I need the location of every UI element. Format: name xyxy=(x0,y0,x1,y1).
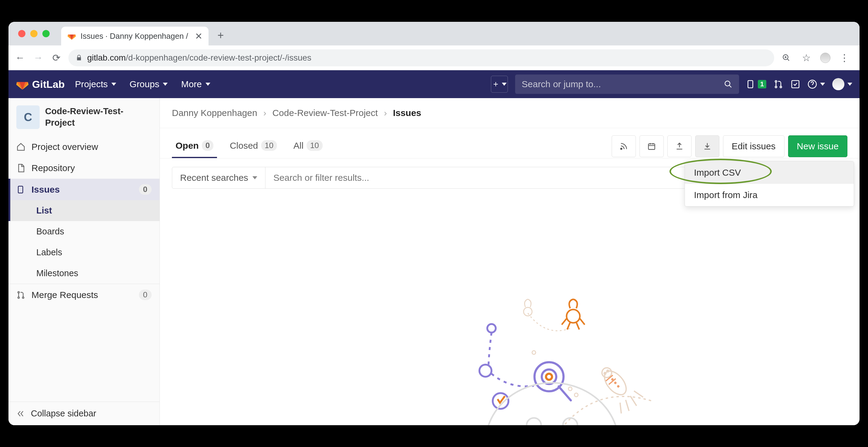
rss-icon xyxy=(620,142,628,150)
nav-projects[interactable]: Projects xyxy=(72,79,119,89)
url-bar[interactable]: gitlab.com/d-koppenhagen/code-review-tes… xyxy=(68,49,774,66)
maximize-window-button[interactable] xyxy=(42,30,50,37)
header-todos-icon[interactable] xyxy=(790,79,800,89)
svg-point-9 xyxy=(18,291,19,293)
browser-profile-avatar[interactable] xyxy=(820,53,831,63)
address-bar: ← → ⟳ gitlab.com/d-koppenhagen/code-revi… xyxy=(8,46,860,70)
svg-point-22 xyxy=(566,309,580,323)
import-button[interactable] xyxy=(695,136,719,157)
merge-request-icon xyxy=(17,291,25,299)
gitlab-favicon-icon xyxy=(67,31,76,40)
sidebar-item-repository[interactable]: Repository xyxy=(8,157,159,179)
new-issue-button[interactable]: New issue xyxy=(788,136,847,157)
svg-point-28 xyxy=(546,374,552,380)
tab-all[interactable]: All10 xyxy=(290,134,326,158)
tab-closed[interactable]: Closed10 xyxy=(226,134,281,158)
sidebar-item-label: Project overview xyxy=(31,142,98,152)
issues-icon xyxy=(17,185,25,194)
sidebar-sub-boards[interactable]: Boards xyxy=(8,221,159,242)
window-controls xyxy=(14,22,53,46)
tab-count-badge: 10 xyxy=(307,140,322,151)
close-window-button[interactable] xyxy=(18,30,25,37)
rss-button[interactable] xyxy=(612,136,636,157)
header-issues-icon[interactable]: 1 xyxy=(746,79,766,89)
sidebar-sub-labels[interactable]: Labels xyxy=(8,242,159,263)
global-search[interactable] xyxy=(515,74,739,94)
sidebar: C Code-Review-Test-Project Project overv… xyxy=(8,98,160,425)
svg-point-10 xyxy=(18,297,19,298)
chevron-down-icon xyxy=(252,176,257,179)
project-name: Code-Review-Test-Project xyxy=(45,106,152,128)
search-input[interactable] xyxy=(522,79,720,89)
collapse-label: Collapse sidebar xyxy=(31,409,96,419)
sidebar-sub-list[interactable]: List xyxy=(8,200,159,221)
browser-tab[interactable]: Issues · Danny Koppenhagen / ✕ xyxy=(61,27,209,46)
tab-open[interactable]: Open0 xyxy=(172,134,217,158)
import-csv-item[interactable]: Import CSV xyxy=(685,161,854,184)
nav-groups[interactable]: Groups xyxy=(126,79,171,89)
minimize-window-button[interactable] xyxy=(30,30,37,37)
bookmark-icon[interactable]: ☆ xyxy=(800,52,812,64)
back-button[interactable]: ← xyxy=(14,52,26,64)
calendar-icon xyxy=(647,142,656,150)
svg-point-12 xyxy=(620,148,622,149)
sidebar-item-issues[interactable]: Issues 0 xyxy=(8,179,159,200)
reload-button[interactable]: ⟳ xyxy=(50,52,62,64)
sidebar-item-merge-requests[interactable]: Merge Requests 0 xyxy=(8,284,159,305)
gitlab-logo[interactable]: GitLab xyxy=(16,78,65,91)
issue-state-tabs: Open0 Closed10 All10 xyxy=(172,134,326,158)
new-button[interactable] xyxy=(491,76,508,93)
header-merge-requests-icon[interactable] xyxy=(774,79,783,89)
svg-point-20 xyxy=(617,385,620,388)
calendar-button[interactable] xyxy=(640,136,664,157)
svg-point-29 xyxy=(527,418,541,425)
chevron-right-icon: › xyxy=(263,108,266,118)
collapse-sidebar-button[interactable]: Collapse sidebar xyxy=(8,401,159,425)
svg-point-23 xyxy=(487,324,496,332)
breadcrumb: Danny Koppenhagen › Code-Review-Test-Pro… xyxy=(160,98,860,128)
sidebar-sub-milestones[interactable]: Milestones xyxy=(8,263,159,284)
browser-menu-icon[interactable]: ⋮ xyxy=(838,52,850,64)
export-icon xyxy=(675,142,684,150)
chevron-right-icon: › xyxy=(384,108,387,118)
sidebar-item-label: Repository xyxy=(31,163,75,173)
todo-icon xyxy=(790,79,800,89)
chevron-down-icon xyxy=(206,83,210,86)
new-tab-button[interactable]: + xyxy=(218,29,224,42)
url-text: gitlab.com/d-koppenhagen/code-review-tes… xyxy=(87,53,311,63)
import-icon xyxy=(703,142,712,150)
svg-point-17 xyxy=(607,370,609,372)
sidebar-project[interactable]: C Code-Review-Test-Project xyxy=(8,98,159,136)
chevron-down-icon xyxy=(502,83,507,86)
breadcrumb-owner[interactable]: Danny Koppenhagen xyxy=(172,108,257,118)
edit-issues-button[interactable]: Edit issues xyxy=(723,136,784,157)
svg-rect-8 xyxy=(18,186,23,193)
forward-button[interactable]: → xyxy=(32,52,44,64)
svg-rect-2 xyxy=(748,81,753,88)
import-dropdown: Import CSV Import from Jira xyxy=(685,161,854,207)
lock-icon xyxy=(76,55,82,61)
nav-more[interactable]: More xyxy=(178,79,213,89)
sidebar-count-badge: 0 xyxy=(139,290,152,300)
file-icon xyxy=(17,163,25,173)
svg-point-32 xyxy=(568,387,572,391)
breadcrumb-project[interactable]: Code-Review-Test-Project xyxy=(272,108,378,118)
header-help-icon[interactable] xyxy=(807,79,825,89)
recent-searches-button[interactable]: Recent searches xyxy=(172,167,266,188)
zoom-icon[interactable] xyxy=(780,52,792,64)
project-avatar: C xyxy=(17,106,40,129)
issues-toolbar: Open0 Closed10 All10 Edit issues New iss… xyxy=(160,128,860,158)
svg-point-5 xyxy=(780,86,781,88)
svg-point-4 xyxy=(775,86,777,88)
sidebar-item-overview[interactable]: Project overview xyxy=(8,136,159,157)
header-user-menu[interactable] xyxy=(832,78,852,90)
svg-point-11 xyxy=(22,297,24,298)
svg-point-21 xyxy=(524,307,532,316)
help-icon xyxy=(807,79,817,89)
export-button[interactable] xyxy=(668,136,691,157)
close-tab-icon[interactable]: ✕ xyxy=(195,31,203,41)
brand-text: GitLab xyxy=(32,79,65,90)
svg-point-19 xyxy=(614,381,617,385)
import-jira-item[interactable]: Import from Jira xyxy=(685,184,854,206)
sidebar-count-badge: 0 xyxy=(139,184,152,195)
